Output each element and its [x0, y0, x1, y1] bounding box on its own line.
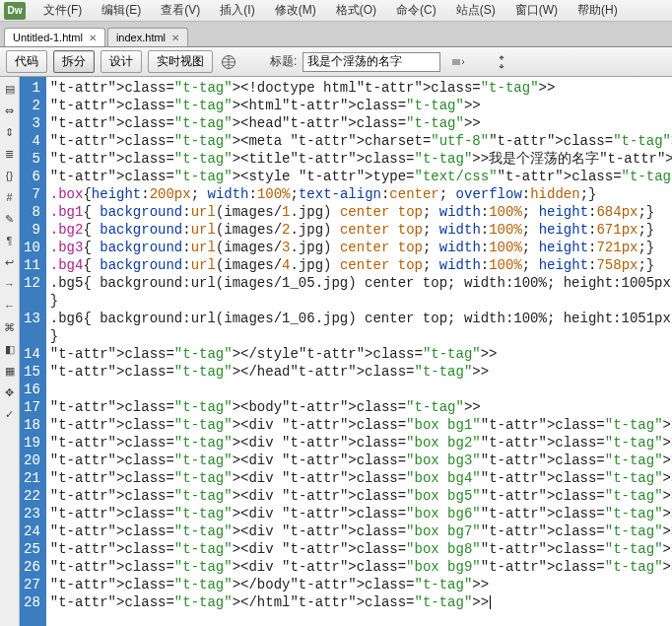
dropdown-icon[interactable]	[446, 52, 470, 72]
menu-site[interactable]: 站点(S)	[446, 0, 505, 21]
tool-expand-icon[interactable]: ⇕	[2, 124, 18, 140]
menu-view[interactable]: 查看(V)	[151, 0, 210, 21]
globe-icon[interactable]	[219, 52, 238, 72]
code-toolstrip: ▤ ⇔ ⇕ ≣ {} # ✎ ¶ ↩ → ← ⌘ ◧ ▦ ✥ ✓	[0, 77, 20, 626]
menu-format[interactable]: 格式(O)	[326, 0, 386, 21]
tool-line-icon[interactable]: #	[2, 189, 18, 205]
menu-edit[interactable]: 编辑(E)	[92, 0, 151, 21]
menu-file[interactable]: 文件(F)	[34, 0, 92, 21]
tab-label: Untitled-1.html	[13, 32, 83, 43]
menu-modify[interactable]: 修改(M)	[265, 0, 326, 21]
menu-insert[interactable]: 插入(I)	[210, 0, 264, 21]
document-toolbar: 代码 拆分 设计 实时视图 标题:	[0, 47, 672, 77]
close-icon[interactable]: ✕	[89, 33, 97, 43]
tool-select-parent-icon[interactable]: ≣	[2, 146, 18, 162]
tool-recent-icon[interactable]: ◧	[2, 341, 18, 357]
title-input[interactable]	[302, 52, 440, 72]
tool-move-icon[interactable]: ✥	[2, 384, 18, 400]
tab-untitled[interactable]: Untitled-1.html ✕	[4, 28, 105, 46]
tool-indent-icon[interactable]: →	[2, 276, 18, 292]
view-code-button[interactable]: 代码	[6, 50, 47, 73]
tool-snippet-icon[interactable]: ▦	[2, 363, 18, 379]
document-tabbar: Untitled-1.html ✕ index.html ✕	[0, 22, 672, 47]
title-label: 标题:	[270, 53, 297, 70]
view-split-button[interactable]: 拆分	[53, 50, 95, 73]
tool-highlight-icon[interactable]: ✎	[2, 211, 18, 227]
view-live-button[interactable]: 实时视图	[148, 50, 213, 73]
view-design-button[interactable]: 设计	[101, 50, 142, 73]
tool-outdent-icon[interactable]: ←	[2, 298, 18, 313]
workspace: ▤ ⇔ ⇕ ≣ {} # ✎ ¶ ↩ → ← ⌘ ◧ ▦ ✥ ✓ 1234567…	[0, 77, 672, 626]
tool-format-icon[interactable]: ⌘	[2, 319, 18, 335]
tool-wrap-icon[interactable]: ↩	[2, 254, 18, 270]
close-icon[interactable]: ✕	[171, 33, 179, 43]
tool-validate-icon[interactable]: ✓	[2, 406, 18, 422]
app-logo: Dw	[4, 2, 26, 20]
code-editor[interactable]: 1234567891011121314151617181920212223242…	[20, 77, 672, 626]
menu-window[interactable]: 窗口(W)	[505, 0, 568, 21]
tool-collapse-icon[interactable]: ⇔	[2, 103, 18, 118]
code-area[interactable]: "t-attr">class="t-tag"><!doctype html"t-…	[46, 77, 672, 626]
tool-open-icon[interactable]: ▤	[2, 81, 18, 97]
menu-commands[interactable]: 命令(C)	[386, 0, 446, 21]
line-gutter: 1234567891011121314151617181920212223242…	[20, 77, 46, 626]
tab-index[interactable]: index.html ✕	[107, 28, 188, 46]
menu-bar: Dw 文件(F) 编辑(E) 查看(V) 插入(I) 修改(M) 格式(O) 命…	[0, 0, 672, 22]
tab-label: index.html	[116, 32, 166, 43]
tool-comment-icon[interactable]: ¶	[2, 233, 18, 248]
tool-balance-icon[interactable]: {}	[2, 168, 18, 183]
menu-help[interactable]: 帮助(H)	[568, 0, 628, 21]
refresh-icon[interactable]	[492, 52, 511, 72]
